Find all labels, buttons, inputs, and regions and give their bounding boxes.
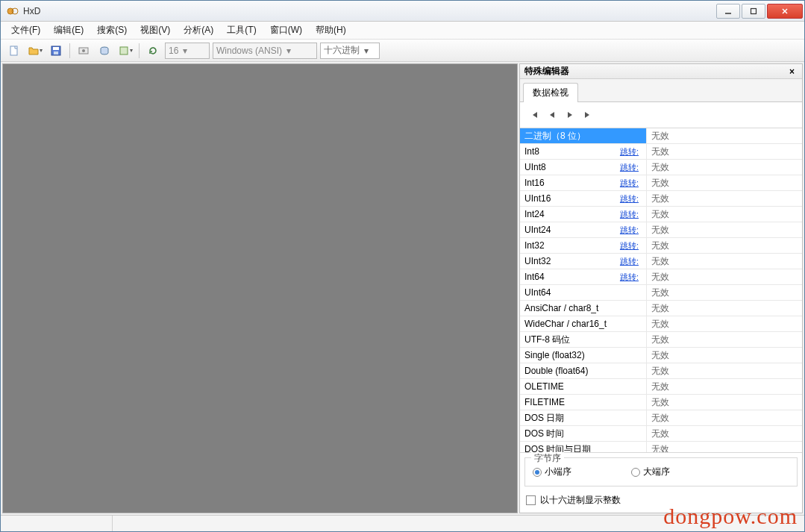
tool-button-2[interactable] <box>95 42 113 60</box>
minimize-button[interactable] <box>716 4 740 19</box>
row-name: UInt64 <box>520 285 647 300</box>
number-base-combo[interactable]: 十六进制 ▾ <box>320 43 380 59</box>
hex-editor-area[interactable] <box>2 63 518 513</box>
inspector-row[interactable]: UInt64无效 <box>520 285 802 301</box>
inspector-row[interactable]: Double (float64)无效 <box>520 363 802 379</box>
panel-tabs: 数据检视 <box>520 79 802 102</box>
tab-data-inspector[interactable]: 数据检视 <box>523 83 578 102</box>
menu-item-5[interactable]: 工具(T) <box>221 22 262 39</box>
menu-item-3[interactable]: 视图(V) <box>134 22 176 39</box>
inspector-row[interactable]: Int16跳转:无效 <box>520 175 802 191</box>
row-name: DOS 日期 <box>520 410 647 425</box>
jump-link[interactable]: 跳转: <box>620 225 639 236</box>
big-endian-radio[interactable]: 大端序 <box>631 466 670 478</box>
row-value: 无效 <box>647 348 802 363</box>
inspector-row[interactable]: DOS 时间与日期无效 <box>520 442 802 453</box>
inspector-row[interactable]: WideChar / char16_t无效 <box>520 316 802 332</box>
tool-button-1[interactable] <box>75 42 93 60</box>
app-title: HxD <box>23 6 716 16</box>
menu-item-4[interactable]: 分析(A) <box>178 22 219 39</box>
next-button[interactable] <box>563 108 577 122</box>
inspector-row[interactable]: Int24跳转:无效 <box>520 207 802 222</box>
row-name: AnsiChar / char8_t <box>520 301 647 316</box>
last-button[interactable] <box>581 108 595 122</box>
jump-link[interactable]: 跳转: <box>620 272 639 283</box>
row-name: UInt32跳转: <box>520 254 647 269</box>
titlebar: HxD <box>1 1 804 22</box>
row-value: 无效 <box>647 269 802 284</box>
inspector-row[interactable]: UTF-8 码位无效 <box>520 332 802 348</box>
row-value: 无效 <box>647 410 802 425</box>
status-segment <box>1 516 113 531</box>
row-name: WideChar / char16_t <box>520 316 647 331</box>
encoding-combo[interactable]: Windows (ANSI) ▾ <box>213 43 317 59</box>
inspector-row[interactable]: AnsiChar / char8_t无效 <box>520 301 802 316</box>
toolbar-separator <box>139 43 140 58</box>
toolbar-separator <box>69 43 70 58</box>
data-inspector-list[interactable]: 二进制（8 位）无效Int8跳转:无效UInt8跳转:无效Int16跳转:无效U… <box>520 128 802 453</box>
jump-link[interactable]: 跳转: <box>620 193 639 204</box>
row-value: 无效 <box>647 222 802 237</box>
row-value: 无效 <box>647 285 802 300</box>
inspector-row[interactable]: DOS 时间无效 <box>520 426 802 442</box>
row-name: 二进制（8 位） <box>520 128 647 143</box>
bytes-per-row-combo[interactable]: 16 ▾ <box>165 43 210 59</box>
window-buttons <box>716 4 803 19</box>
inspector-row[interactable]: OLETIME无效 <box>520 379 802 395</box>
inspector-row[interactable]: Int64跳转:无效 <box>520 269 802 285</box>
row-value: 无效 <box>647 426 802 441</box>
menu-item-7[interactable]: 帮助(H) <box>310 22 352 39</box>
hex-display-label: 以十六进制显示整数 <box>540 494 621 507</box>
close-button[interactable] <box>767 4 803 19</box>
content-area: 特殊编辑器 × 数据检视 二进制（8 位）无效Int8跳转:无效UInt8跳转:… <box>1 62 804 515</box>
inspector-row[interactable]: Int32跳转:无效 <box>520 238 802 254</box>
inspector-row[interactable]: 二进制（8 位）无效 <box>520 128 802 144</box>
inspector-row[interactable]: UInt8跳转:无效 <box>520 160 802 175</box>
jump-link[interactable]: 跳转: <box>620 209 639 220</box>
first-button[interactable] <box>527 108 541 122</box>
menu-item-6[interactable]: 窗口(W) <box>264 22 308 39</box>
menu-item-0[interactable]: 文件(F) <box>5 22 46 39</box>
radio-icon <box>533 468 542 477</box>
open-file-button[interactable]: ▾ <box>26 42 44 60</box>
inspector-row[interactable]: UInt24跳转:无效 <box>520 222 802 238</box>
row-value: 无效 <box>647 332 802 347</box>
save-button[interactable] <box>47 42 65 60</box>
menu-item-1[interactable]: 编辑(E) <box>48 22 90 39</box>
refresh-button[interactable] <box>144 42 162 60</box>
inspector-row[interactable]: UInt16跳转:无效 <box>520 191 802 207</box>
jump-link[interactable]: 跳转: <box>620 162 639 173</box>
tool-button-3[interactable]: ▾ <box>116 42 134 60</box>
row-name: DOS 时间 <box>520 426 647 441</box>
hex-display-checkbox[interactable]: 以十六进制显示整数 <box>526 494 796 507</box>
row-name: Int24跳转: <box>520 207 647 222</box>
row-value: 无效 <box>647 254 802 269</box>
svg-rect-9 <box>54 51 58 54</box>
little-endian-radio[interactable]: 小端序 <box>533 466 571 478</box>
inspector-row[interactable]: UInt32跳转:无效 <box>520 254 802 269</box>
svg-point-11 <box>82 49 85 52</box>
maximize-button[interactable] <box>742 4 765 19</box>
panel-close-button[interactable]: × <box>786 66 798 77</box>
row-value: 无效 <box>647 301 802 316</box>
panel-title: 特殊编辑器 <box>524 65 569 78</box>
jump-link[interactable]: 跳转: <box>620 240 639 251</box>
svg-rect-3 <box>751 8 757 13</box>
app-window: HxD 文件(F)编辑(E)搜索(S)视图(V)分析(A)工具(T)窗口(W)帮… <box>0 0 805 532</box>
inspector-row[interactable]: Single (float32)无效 <box>520 348 802 363</box>
bytes-per-row-value: 16 <box>169 46 178 56</box>
row-value: 无效 <box>647 442 802 453</box>
prev-button[interactable] <box>545 108 559 122</box>
jump-link[interactable]: 跳转: <box>620 178 639 189</box>
jump-link[interactable]: 跳转: <box>620 256 639 267</box>
row-value: 无效 <box>647 207 802 222</box>
menu-item-2[interactable]: 搜索(S) <box>91 22 133 39</box>
inspector-row[interactable]: FILETIME无效 <box>520 395 802 410</box>
jump-link[interactable]: 跳转: <box>620 146 639 157</box>
inspector-row[interactable]: Int8跳转:无效 <box>520 144 802 160</box>
new-file-button[interactable] <box>5 42 23 60</box>
row-name: Int32跳转: <box>520 238 647 253</box>
inspector-row[interactable]: DOS 日期无效 <box>520 410 802 426</box>
byte-order-group: 字节序 小端序 大端序 <box>524 457 798 486</box>
row-name: UTF-8 码位 <box>520 332 647 347</box>
